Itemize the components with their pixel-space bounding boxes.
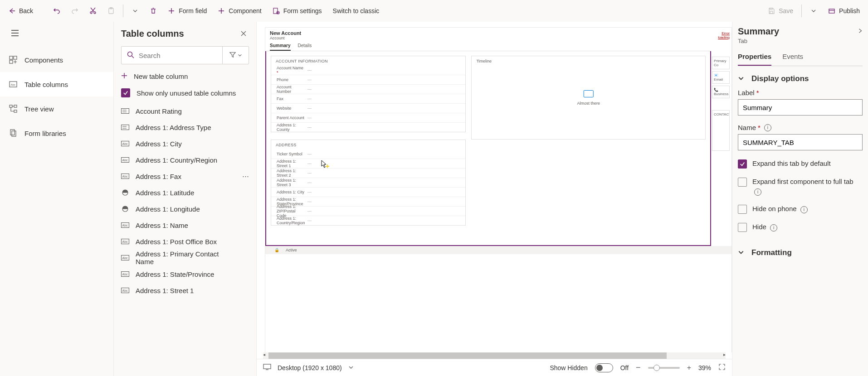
column-item[interactable]: AbcAddress 1: Primary Contact Name⋯: [114, 250, 256, 266]
separator: [801, 5, 802, 17]
section-account-info[interactable]: ACCOUNT INFORMATION Account Name *---Pho…: [271, 56, 466, 132]
nav-form-libraries[interactable]: Form libraries: [0, 121, 113, 145]
primary-contact-card[interactable]: Primary Co: [712, 57, 730, 69]
hamburger-button[interactable]: [0, 30, 113, 48]
column-item[interactable]: AbcAddress 1: Street 1⋯: [114, 282, 256, 299]
form-field-row[interactable]: Fax---: [271, 94, 465, 103]
column-item[interactable]: AbcAddress 1: Fax⋯: [114, 168, 256, 184]
display-options-accordion[interactable]: Display options: [738, 74, 863, 83]
filter-button[interactable]: [222, 47, 249, 64]
zoom-out-button[interactable]: −: [636, 363, 641, 372]
email-card[interactable]: 📧 Email: [712, 71, 730, 84]
search-input[interactable]: [139, 47, 217, 64]
name-input[interactable]: [738, 134, 863, 150]
back-button[interactable]: Back: [4, 3, 38, 19]
checkbox-icon[interactable]: [738, 178, 747, 187]
delete-button[interactable]: [145, 3, 161, 19]
form-field-row[interactable]: Website---: [271, 103, 465, 113]
zoom-in-button[interactable]: +: [687, 364, 691, 372]
search-input-wrap[interactable]: [122, 47, 222, 64]
error-loading-link[interactable]: Error loading: [712, 31, 730, 39]
show-hidden-toggle[interactable]: [595, 363, 613, 372]
form-tab-details[interactable]: Details: [298, 43, 312, 51]
hide-checkbox-row[interactable]: Hide i: [738, 222, 863, 232]
collapse-panel-button[interactable]: [858, 28, 863, 35]
chevron-down-icon[interactable]: [348, 364, 354, 371]
add-component-button[interactable]: Component: [213, 3, 266, 19]
switch-to-classic-button[interactable]: Switch to classic: [328, 3, 384, 19]
form-field-row[interactable]: Account Name *---: [271, 65, 465, 75]
undo-button[interactable]: [49, 3, 65, 19]
paste-button[interactable]: [103, 3, 119, 19]
checkbox-icon[interactable]: [738, 205, 747, 214]
column-item[interactable]: AbcAddress 1: Name⋯: [114, 217, 256, 233]
more-icon[interactable]: ⋯: [242, 172, 249, 180]
expand-first-checkbox-row[interactable]: Expand first component to full tab i: [738, 177, 863, 196]
hide-phone-checkbox-row[interactable]: Hide on phone i: [738, 204, 863, 214]
redo-button[interactable]: [67, 3, 83, 19]
prop-tab-events[interactable]: Events: [782, 53, 803, 66]
nav-form-libraries-label: Form libraries: [24, 130, 66, 137]
form-field-row[interactable]: Address 1: Country/Region---: [271, 216, 465, 225]
expand-default-checkbox-row[interactable]: Expand this tab by default: [738, 159, 863, 169]
form-tab-summary[interactable]: Summary: [270, 43, 291, 51]
prop-tab-properties[interactable]: Properties: [738, 53, 771, 66]
column-item[interactable]: Address 1: Address Type⋯: [114, 119, 256, 135]
form-field-row[interactable]: Parent Account---: [271, 113, 465, 122]
form-canvas-area: New Account Account Summary Details ACCO…: [256, 22, 732, 376]
svg-text:Abc: Abc: [122, 256, 128, 260]
form-canvas[interactable]: New Account Account Summary Details ACCO…: [265, 27, 732, 352]
nav-table-columns[interactable]: Abc Table columns: [0, 72, 113, 96]
horizontal-scrollbar[interactable]: ◂ ▸: [263, 352, 726, 359]
checkbox-icon[interactable]: [738, 159, 747, 169]
close-panel-button[interactable]: [238, 28, 249, 39]
form-field-row[interactable]: Address 1: ZIP/Postal Code---: [271, 206, 465, 216]
save-button[interactable]: Save: [763, 3, 798, 19]
contacts-card[interactable]: CONTACTS: [712, 110, 730, 151]
cut-button[interactable]: [85, 3, 101, 19]
form-field-row[interactable]: Address 1: Street 2---: [271, 168, 465, 178]
zoom-slider[interactable]: [648, 367, 680, 369]
form-field-row[interactable]: Address 1: County---: [271, 122, 465, 132]
info-icon[interactable]: i: [800, 206, 808, 213]
section-address[interactable]: ADDRESS Ticker Symbol---Address 1: Stree…: [271, 140, 466, 226]
column-item[interactable]: AbcAddress 1: Post Office Box⋯: [114, 233, 256, 250]
new-table-column-button[interactable]: New table column: [114, 69, 256, 85]
form-field-row[interactable]: Phone---: [271, 75, 465, 84]
add-form-field-button[interactable]: Form field: [163, 3, 211, 19]
fit-to-screen-button[interactable]: [718, 363, 726, 372]
form-field-row[interactable]: Account Number---: [271, 84, 465, 94]
unused-only-checkbox-row[interactable]: Show only unused table columns: [114, 85, 256, 103]
column-list[interactable]: Account Rating⋯Address 1: Address Type⋯A…: [114, 103, 256, 376]
nav-components[interactable]: Components: [0, 48, 113, 72]
timeline-placeholder-icon: [584, 90, 594, 97]
column-item[interactable]: AbcAddress 1: State/Province⋯: [114, 266, 256, 282]
column-item[interactable]: AbcAddress 1: Country/Region⋯: [114, 152, 256, 168]
form-field-row[interactable]: Ticker Symbol---: [271, 149, 465, 159]
checkbox-icon[interactable]: [738, 223, 747, 232]
form-settings-button[interactable]: Form settings: [268, 3, 327, 19]
checkbox-icon[interactable]: [121, 88, 130, 97]
chevron-down-icon: [738, 75, 744, 83]
nav-tree-view[interactable]: Tree view: [0, 96, 113, 121]
column-item[interactable]: AbcAddress 1: City⋯: [114, 135, 256, 152]
new-col-label: New table column: [134, 72, 188, 80]
column-item[interactable]: Address 1: Latitude⋯: [114, 184, 256, 201]
column-label: Address 1: Latitude: [136, 189, 194, 197]
column-item[interactable]: Account Rating⋯: [114, 103, 256, 119]
publish-button[interactable]: Publish: [824, 3, 864, 19]
info-icon[interactable]: i: [770, 224, 777, 231]
info-icon[interactable]: i: [754, 188, 761, 196]
paste-dropdown[interactable]: [127, 3, 143, 19]
form-field-row[interactable]: Address 1: Street 1---: [271, 159, 465, 168]
formatting-accordion[interactable]: Formatting: [738, 248, 863, 257]
section-timeline[interactable]: Timeline Almost there: [471, 56, 706, 140]
label-input[interactable]: [738, 99, 863, 116]
column-item[interactable]: Address 1: Longitude⋯: [114, 201, 256, 217]
business-card[interactable]: 📞 Business: [712, 86, 730, 98]
form-field-row[interactable]: Address 1: Street 3---: [271, 178, 465, 187]
save-dropdown[interactable]: [805, 3, 822, 19]
info-icon[interactable]: i: [764, 124, 771, 131]
form-field-row[interactable]: Address 1: City---: [271, 187, 465, 197]
viewport-label[interactable]: Desktop (1920 x 1080): [278, 364, 342, 371]
